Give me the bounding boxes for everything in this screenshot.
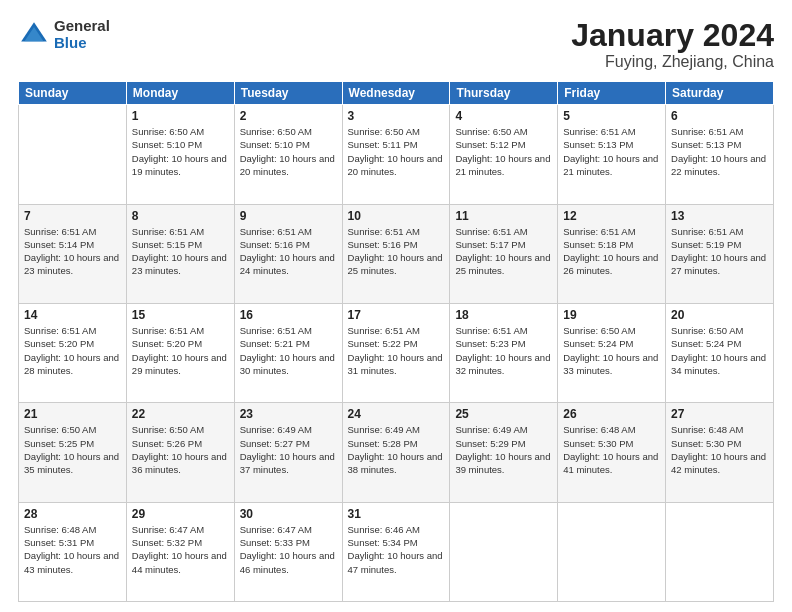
day-info: Sunrise: 6:50 AMSunset: 5:24 PMDaylight:…	[671, 324, 768, 377]
day-info: Sunrise: 6:51 AMSunset: 5:18 PMDaylight:…	[563, 225, 660, 278]
day-number: 27	[671, 407, 768, 421]
calendar-table: SundayMondayTuesdayWednesdayThursdayFrid…	[18, 81, 774, 602]
day-number: 18	[455, 308, 552, 322]
day-info: Sunrise: 6:51 AMSunset: 5:21 PMDaylight:…	[240, 324, 337, 377]
week-row-3: 21 Sunrise: 6:50 AMSunset: 5:25 PMDaylig…	[19, 403, 774, 502]
day-number: 8	[132, 209, 229, 223]
day-cell: 4 Sunrise: 6:50 AMSunset: 5:12 PMDayligh…	[450, 105, 558, 204]
day-info: Sunrise: 6:51 AMSunset: 5:15 PMDaylight:…	[132, 225, 229, 278]
day-info: Sunrise: 6:49 AMSunset: 5:27 PMDaylight:…	[240, 423, 337, 476]
day-cell	[666, 502, 774, 601]
header: General Blue January 2024 Fuying, Zhejia…	[18, 18, 774, 71]
day-number: 20	[671, 308, 768, 322]
day-number: 10	[348, 209, 445, 223]
day-info: Sunrise: 6:46 AMSunset: 5:34 PMDaylight:…	[348, 523, 445, 576]
day-cell: 10 Sunrise: 6:51 AMSunset: 5:16 PMDaylig…	[342, 204, 450, 303]
day-number: 15	[132, 308, 229, 322]
day-number: 11	[455, 209, 552, 223]
day-number: 21	[24, 407, 121, 421]
day-number: 25	[455, 407, 552, 421]
logo-icon	[18, 19, 50, 51]
col-header-saturday: Saturday	[666, 82, 774, 105]
day-info: Sunrise: 6:50 AMSunset: 5:12 PMDaylight:…	[455, 125, 552, 178]
day-number: 2	[240, 109, 337, 123]
day-cell: 21 Sunrise: 6:50 AMSunset: 5:25 PMDaylig…	[19, 403, 127, 502]
day-cell: 23 Sunrise: 6:49 AMSunset: 5:27 PMDaylig…	[234, 403, 342, 502]
day-info: Sunrise: 6:50 AMSunset: 5:10 PMDaylight:…	[132, 125, 229, 178]
day-info: Sunrise: 6:51 AMSunset: 5:14 PMDaylight:…	[24, 225, 121, 278]
day-number: 19	[563, 308, 660, 322]
day-number: 24	[348, 407, 445, 421]
col-header-sunday: Sunday	[19, 82, 127, 105]
day-info: Sunrise: 6:51 AMSunset: 5:13 PMDaylight:…	[671, 125, 768, 178]
day-cell: 14 Sunrise: 6:51 AMSunset: 5:20 PMDaylig…	[19, 303, 127, 402]
day-cell	[450, 502, 558, 601]
day-info: Sunrise: 6:51 AMSunset: 5:23 PMDaylight:…	[455, 324, 552, 377]
day-cell: 29 Sunrise: 6:47 AMSunset: 5:32 PMDaylig…	[126, 502, 234, 601]
day-cell: 27 Sunrise: 6:48 AMSunset: 5:30 PMDaylig…	[666, 403, 774, 502]
day-cell: 6 Sunrise: 6:51 AMSunset: 5:13 PMDayligh…	[666, 105, 774, 204]
day-info: Sunrise: 6:51 AMSunset: 5:17 PMDaylight:…	[455, 225, 552, 278]
day-cell: 5 Sunrise: 6:51 AMSunset: 5:13 PMDayligh…	[558, 105, 666, 204]
day-info: Sunrise: 6:47 AMSunset: 5:33 PMDaylight:…	[240, 523, 337, 576]
day-info: Sunrise: 6:48 AMSunset: 5:30 PMDaylight:…	[671, 423, 768, 476]
day-cell: 25 Sunrise: 6:49 AMSunset: 5:29 PMDaylig…	[450, 403, 558, 502]
page: General Blue January 2024 Fuying, Zhejia…	[0, 0, 792, 612]
day-number: 5	[563, 109, 660, 123]
logo-general-label: General	[54, 18, 110, 35]
day-cell: 9 Sunrise: 6:51 AMSunset: 5:16 PMDayligh…	[234, 204, 342, 303]
day-number: 16	[240, 308, 337, 322]
day-info: Sunrise: 6:49 AMSunset: 5:29 PMDaylight:…	[455, 423, 552, 476]
day-number: 29	[132, 507, 229, 521]
day-cell: 17 Sunrise: 6:51 AMSunset: 5:22 PMDaylig…	[342, 303, 450, 402]
logo: General Blue	[18, 18, 110, 51]
day-info: Sunrise: 6:50 AMSunset: 5:26 PMDaylight:…	[132, 423, 229, 476]
day-info: Sunrise: 6:50 AMSunset: 5:11 PMDaylight:…	[348, 125, 445, 178]
day-info: Sunrise: 6:51 AMSunset: 5:22 PMDaylight:…	[348, 324, 445, 377]
day-info: Sunrise: 6:48 AMSunset: 5:31 PMDaylight:…	[24, 523, 121, 576]
day-cell: 30 Sunrise: 6:47 AMSunset: 5:33 PMDaylig…	[234, 502, 342, 601]
day-number: 1	[132, 109, 229, 123]
week-row-1: 7 Sunrise: 6:51 AMSunset: 5:14 PMDayligh…	[19, 204, 774, 303]
day-number: 31	[348, 507, 445, 521]
day-number: 22	[132, 407, 229, 421]
day-info: Sunrise: 6:50 AMSunset: 5:24 PMDaylight:…	[563, 324, 660, 377]
day-number: 9	[240, 209, 337, 223]
day-cell: 28 Sunrise: 6:48 AMSunset: 5:31 PMDaylig…	[19, 502, 127, 601]
day-info: Sunrise: 6:51 AMSunset: 5:13 PMDaylight:…	[563, 125, 660, 178]
col-header-tuesday: Tuesday	[234, 82, 342, 105]
day-cell: 11 Sunrise: 6:51 AMSunset: 5:17 PMDaylig…	[450, 204, 558, 303]
day-cell: 15 Sunrise: 6:51 AMSunset: 5:20 PMDaylig…	[126, 303, 234, 402]
day-number: 28	[24, 507, 121, 521]
day-number: 6	[671, 109, 768, 123]
day-cell: 16 Sunrise: 6:51 AMSunset: 5:21 PMDaylig…	[234, 303, 342, 402]
day-cell: 3 Sunrise: 6:50 AMSunset: 5:11 PMDayligh…	[342, 105, 450, 204]
logo-blue-label: Blue	[54, 35, 110, 52]
day-info: Sunrise: 6:51 AMSunset: 5:20 PMDaylight:…	[24, 324, 121, 377]
day-number: 17	[348, 308, 445, 322]
day-cell: 2 Sunrise: 6:50 AMSunset: 5:10 PMDayligh…	[234, 105, 342, 204]
col-header-friday: Friday	[558, 82, 666, 105]
day-info: Sunrise: 6:49 AMSunset: 5:28 PMDaylight:…	[348, 423, 445, 476]
day-cell: 1 Sunrise: 6:50 AMSunset: 5:10 PMDayligh…	[126, 105, 234, 204]
day-cell: 19 Sunrise: 6:50 AMSunset: 5:24 PMDaylig…	[558, 303, 666, 402]
day-cell: 18 Sunrise: 6:51 AMSunset: 5:23 PMDaylig…	[450, 303, 558, 402]
week-row-0: 1 Sunrise: 6:50 AMSunset: 5:10 PMDayligh…	[19, 105, 774, 204]
day-number: 14	[24, 308, 121, 322]
day-cell: 13 Sunrise: 6:51 AMSunset: 5:19 PMDaylig…	[666, 204, 774, 303]
day-cell: 12 Sunrise: 6:51 AMSunset: 5:18 PMDaylig…	[558, 204, 666, 303]
day-cell: 20 Sunrise: 6:50 AMSunset: 5:24 PMDaylig…	[666, 303, 774, 402]
day-cell: 31 Sunrise: 6:46 AMSunset: 5:34 PMDaylig…	[342, 502, 450, 601]
day-number: 3	[348, 109, 445, 123]
day-cell: 24 Sunrise: 6:49 AMSunset: 5:28 PMDaylig…	[342, 403, 450, 502]
day-info: Sunrise: 6:51 AMSunset: 5:20 PMDaylight:…	[132, 324, 229, 377]
week-row-4: 28 Sunrise: 6:48 AMSunset: 5:31 PMDaylig…	[19, 502, 774, 601]
day-cell	[19, 105, 127, 204]
day-number: 12	[563, 209, 660, 223]
col-header-thursday: Thursday	[450, 82, 558, 105]
day-info: Sunrise: 6:50 AMSunset: 5:10 PMDaylight:…	[240, 125, 337, 178]
day-info: Sunrise: 6:51 AMSunset: 5:19 PMDaylight:…	[671, 225, 768, 278]
day-cell: 8 Sunrise: 6:51 AMSunset: 5:15 PMDayligh…	[126, 204, 234, 303]
title-month: January 2024	[571, 18, 774, 53]
day-info: Sunrise: 6:51 AMSunset: 5:16 PMDaylight:…	[240, 225, 337, 278]
